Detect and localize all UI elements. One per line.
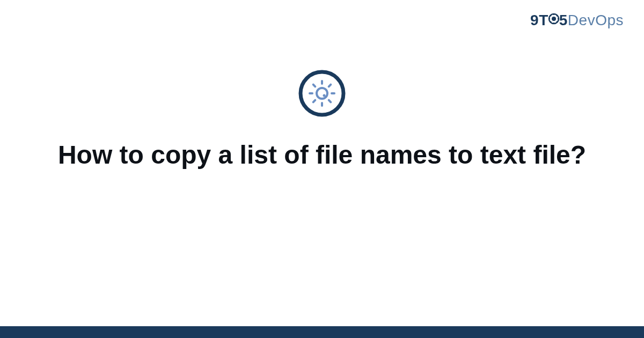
brand-text-5: 5 [559,12,568,28]
svg-line-8 [313,85,316,87]
brand-logo: 9T 5DevOps [530,12,624,30]
svg-point-12 [323,94,326,97]
svg-point-2 [301,72,343,115]
gear-circle-icon [298,70,346,119]
page-title: How to copy a list of file names to text… [0,138,644,171]
brand-text-devops: DevOps [568,12,624,28]
gear-icon [547,12,560,29]
bottom-accent-bar [0,326,644,338]
svg-line-9 [329,85,331,87]
svg-line-11 [329,100,331,102]
svg-point-1 [552,17,555,20]
svg-line-10 [313,100,316,102]
brand-text-9t: 9T [530,12,548,28]
svg-point-3 [317,88,327,99]
